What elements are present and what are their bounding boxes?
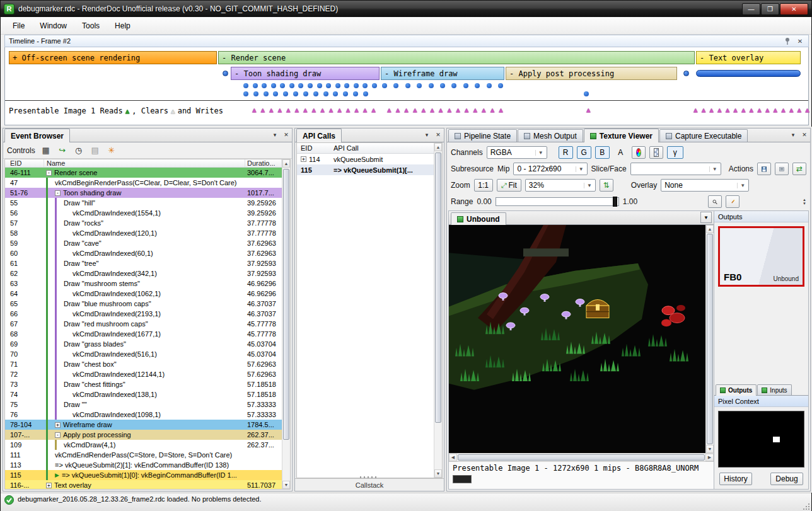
draw-event-dot[interactable] — [326, 83, 331, 88]
scroll-up-icon[interactable]: ▲ — [434, 143, 442, 151]
event-row[interactable]: 65Draw "blue mushroom caps"46.37037 — [5, 299, 282, 309]
time-draws-icon[interactable]: ◷ — [73, 145, 84, 156]
text-overlay-draws-bar[interactable] — [696, 70, 801, 77]
event-row[interactable]: 64vkCmdDrawIndexed(1062,1)46.96296 — [5, 289, 282, 299]
expand-icon[interactable]: + — [46, 483, 52, 488]
channel-r-button[interactable]: R — [559, 146, 573, 159]
draw-event-dot[interactable] — [293, 91, 298, 96]
texture-list-dropdown[interactable]: ▼ — [700, 212, 712, 223]
texture-horizontal-scrollbar[interactable]: ◀ ▶ — [449, 453, 714, 461]
chevron-down-icon[interactable]: ▾ — [270, 130, 279, 139]
draw-event-dot[interactable] — [372, 83, 377, 88]
timeline-body[interactable]: + Off-screen scene rendering - Render sc… — [4, 47, 809, 125]
draw-event-dot[interactable] — [223, 71, 228, 76]
texture-image[interactable] — [449, 225, 705, 453]
resource-write-triangle[interactable]: ▲ — [586, 106, 591, 113]
resource-write-triangle[interactable]: ▲ — [482, 106, 486, 113]
background-color-button[interactable] — [632, 146, 646, 159]
resource-write-triangle[interactable]: ▲ — [371, 106, 376, 113]
fb0-thumbnail[interactable]: FB0 Unbound — [718, 226, 804, 287]
menu-help[interactable]: Help — [108, 18, 137, 33]
gamma-button[interactable]: γ — [667, 146, 683, 159]
channel-a-button[interactable]: A — [613, 146, 628, 159]
tab-api-calls[interactable]: API Calls — [296, 129, 342, 142]
chevron-down-icon[interactable]: ▾ — [789, 130, 798, 139]
event-row[interactable]: 75Draw ""57.33333 — [5, 399, 282, 410]
resource-write-triangle[interactable]: ▲ — [354, 106, 359, 113]
api-call-row[interactable]: +114vkQueueSubmit — [297, 154, 434, 164]
slice-face-select[interactable]: ▼ — [630, 163, 721, 175]
goto-resource-button[interactable]: ⇄ — [792, 163, 806, 175]
event-row[interactable]: 74vkCmdDrawIndexed(138,1)57.18518 — [5, 389, 282, 399]
event-row[interactable]: 116-...+Text overlay511.7037 — [5, 480, 282, 489]
resource-write-triangle[interactable]: ▲ — [733, 106, 738, 113]
open-texture-list-button[interactable] — [775, 163, 789, 175]
zoom-fit-button[interactable]: ⤢Fit — [497, 179, 521, 192]
menu-file[interactable]: File — [6, 18, 32, 33]
overlay-select[interactable]: None▼ — [661, 179, 749, 192]
resource-write-triangle[interactable]: ▲ — [757, 106, 762, 113]
draw-event-dot[interactable] — [253, 91, 258, 96]
zoom-percent-input[interactable]: 32%▼ — [525, 179, 596, 192]
resource-write-triangle[interactable]: ▲ — [750, 106, 754, 113]
tab-outputs[interactable]: Outputs — [716, 384, 757, 396]
menu-tools[interactable]: Tools — [75, 18, 107, 33]
zoom-range-button[interactable] — [708, 195, 722, 208]
channel-g-button[interactable]: G — [577, 146, 591, 159]
draw-event-dot[interactable] — [343, 91, 348, 96]
callstack-section[interactable]: Callstack — [295, 478, 444, 491]
draw-event-dot[interactable] — [289, 83, 294, 88]
draw-event-dot[interactable] — [363, 91, 368, 96]
timeline-bar-render-scene[interactable]: - Render scene — [218, 51, 695, 64]
event-row[interactable]: 67Draw "red mushroom caps"45.77778 — [5, 319, 282, 329]
draw-event-dot[interactable] — [498, 83, 503, 88]
event-row[interactable]: 115▶=> vkQueueSubmit(1)[0]: vkBeginComma… — [5, 470, 282, 480]
scroll-up-icon[interactable]: ▲ — [706, 225, 714, 233]
event-row[interactable]: 76vkCmdDrawIndexed(1098,1)57.33333 — [5, 410, 282, 420]
close-icon[interactable]: ✕ — [434, 130, 443, 139]
event-row[interactable]: 46-111-Render scene3064.7... — [5, 168, 282, 178]
resource-write-triangle[interactable]: ▲ — [286, 106, 291, 113]
select-columns-icon[interactable]: ▦ — [40, 145, 52, 156]
resource-write-triangle[interactable]: ▲ — [439, 106, 443, 113]
resource-write-triangle[interactable]: ▲ — [465, 106, 469, 113]
resource-write-triangle[interactable]: ▲ — [387, 106, 392, 113]
event-row[interactable]: 56vkCmdDrawIndexed(1554,1)39.25926 — [5, 208, 282, 218]
resource-write-triangle[interactable]: ▲ — [413, 106, 417, 113]
resource-write-triangle[interactable]: ▲ — [490, 106, 495, 113]
event-row[interactable]: 69Draw "grass blades"45.03704 — [5, 339, 282, 349]
event-row[interactable]: 58vkCmdDrawIndexed(120,1)37.77778 — [5, 228, 282, 238]
timeline-bar-offscreen[interactable]: + Off-screen scene rendering — [9, 51, 217, 64]
event-table-header[interactable]: EID Name Duratio... — [5, 159, 282, 168]
draw-event-dot[interactable] — [429, 83, 434, 88]
resource-write-triangle[interactable]: ▲ — [499, 106, 503, 113]
draw-event-dot[interactable] — [683, 71, 689, 76]
scrollbar-thumb[interactable] — [707, 234, 713, 444]
close-button[interactable]: ✕ — [780, 3, 808, 15]
draw-event-dot[interactable] — [262, 83, 267, 88]
tab-event-browser[interactable]: Event Browser — [4, 129, 70, 142]
column-eid[interactable]: EID — [297, 143, 334, 153]
expand-icon[interactable]: + — [301, 156, 306, 162]
column-name[interactable]: Name — [44, 159, 245, 167]
event-row[interactable]: 72vkCmdDrawIndexed(12144,1)57.62963 — [5, 369, 282, 379]
expand-icon[interactable]: + — [55, 422, 61, 428]
draw-event-dot[interactable] — [264, 91, 269, 96]
resource-write-triangle[interactable]: ▲ — [693, 106, 698, 113]
resource-write-triangle[interactable]: ▲ — [396, 106, 400, 113]
event-row[interactable]: 71Draw "chest box"57.62963 — [5, 359, 282, 369]
event-row[interactable]: 59Draw "cave"37.62963 — [5, 238, 282, 248]
close-icon[interactable]: ✕ — [282, 130, 291, 139]
draw-event-dot[interactable] — [333, 91, 338, 96]
resource-write-triangle[interactable]: ▲ — [798, 106, 802, 113]
event-row[interactable]: 57Draw "rocks"37.77778 — [5, 218, 282, 228]
draw-event-dot[interactable] — [298, 83, 303, 88]
tab-pipeline-state[interactable]: Pipeline State — [448, 129, 517, 142]
api-call-row[interactable]: 115=> vkQueueSubmit(1)[... — [297, 164, 434, 175]
draw-event-dot[interactable] — [393, 83, 398, 88]
tab-mesh-output[interactable]: Mesh Output — [518, 129, 583, 142]
draw-event-dot[interactable] — [417, 83, 422, 88]
draw-event-dot[interactable] — [335, 83, 340, 88]
timeline-bar-wireframe[interactable]: - Wireframe draw — [381, 67, 504, 80]
tab-texture-viewer[interactable]: Texture Viewer — [584, 129, 659, 142]
